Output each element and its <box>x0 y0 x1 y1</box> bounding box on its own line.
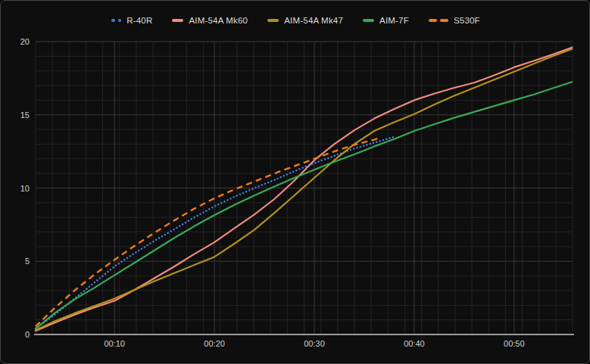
x-tick-label: 00:30 <box>304 339 325 348</box>
chart-panel: 0510152000:1000:2000:3000:4000:50 R-40RA… <box>0 0 590 364</box>
legend-marker-solid-icon <box>172 19 183 22</box>
legend-item-aim-7f[interactable]: AIM-7F <box>363 16 409 25</box>
series-line-r-40r <box>36 137 395 328</box>
legend-marker-solid-icon <box>267 19 279 22</box>
chart-legend: R-40RAIM-54A Mk60AIM-54A Mk47AIM-7FS530F <box>1 16 590 25</box>
legend-marker-solid-icon <box>363 19 374 22</box>
y-axis-tick-labels: 05101520 <box>20 37 30 339</box>
y-tick-label: 0 <box>25 330 30 339</box>
legend-label: R-40R <box>126 16 152 25</box>
legend-marker-dashed-icon <box>429 19 448 22</box>
legend-label: AIM-7F <box>379 16 409 25</box>
legend-label: AIM-54A Mk47 <box>284 16 343 25</box>
x-tick-label: 00:10 <box>104 339 125 348</box>
y-tick-label: 10 <box>20 184 30 193</box>
chart-canvas: 0510152000:1000:2000:3000:4000:50 <box>1 1 590 364</box>
legend-label: S530F <box>454 16 480 25</box>
legend-marker-dotted-icon <box>111 19 121 23</box>
x-tick-label: 00:40 <box>404 339 425 348</box>
legend-item-aim-54a-mk47[interactable]: AIM-54A Mk47 <box>267 16 343 25</box>
legend-item-r-40r[interactable]: R-40R <box>111 16 152 25</box>
legend-item-s530f[interactable]: S530F <box>429 16 480 25</box>
x-axis-tick-labels: 00:1000:2000:3000:4000:50 <box>104 339 524 348</box>
x-tick-label: 00:50 <box>504 339 525 348</box>
y-tick-label: 20 <box>20 37 30 46</box>
x-tick-label: 00:20 <box>204 339 225 348</box>
y-tick-label: 15 <box>20 110 30 120</box>
legend-item-aim-54a-mk60[interactable]: AIM-54A Mk60 <box>172 16 248 25</box>
legend-label: AIM-54A Mk60 <box>189 16 248 25</box>
y-tick-label: 5 <box>25 257 30 266</box>
